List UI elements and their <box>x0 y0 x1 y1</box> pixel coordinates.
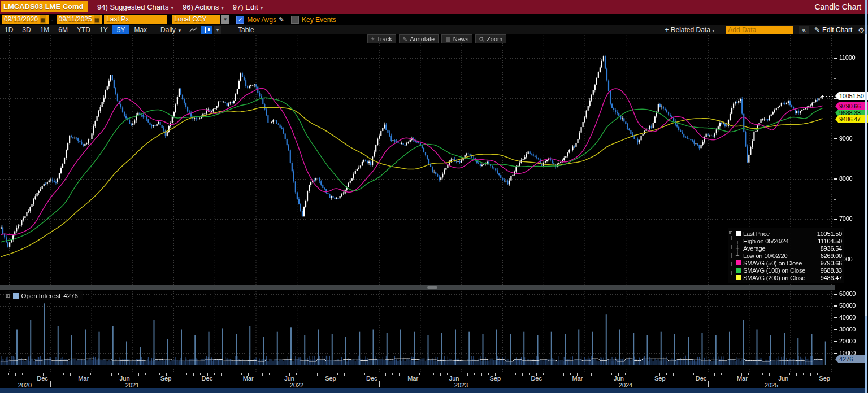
axis-tick: Mar <box>407 375 418 382</box>
axis-tick <box>543 373 544 375</box>
currency-field[interactable]: Local CCY <box>172 15 220 24</box>
axis-tick <box>834 199 836 200</box>
axis-tick <box>721 373 722 375</box>
axis-tick <box>8 373 9 375</box>
news-button[interactable]: ▤News <box>441 34 472 43</box>
period-dropdown[interactable]: Daily ▼ <box>157 26 185 34</box>
chart-style-dropdown[interactable]: ▾ <box>214 26 221 34</box>
open-interest-canvas[interactable] <box>0 290 835 373</box>
chevron-down-icon: ▾ <box>171 5 173 11</box>
range-tab-3d[interactable]: 3D <box>18 25 35 34</box>
axis-tick-label: 50000 <box>839 302 856 309</box>
table-button[interactable]: Table <box>233 26 259 34</box>
axis-tick <box>680 373 680 375</box>
range-tab-6m[interactable]: 6M <box>54 25 72 34</box>
oi-expand-icon[interactable]: ⊞ <box>6 293 10 299</box>
axis-tick <box>570 373 571 375</box>
settings-gear-icon[interactable]: ⚙ <box>858 26 865 34</box>
axis-tick <box>22 373 23 375</box>
open-interest-legend[interactable]: ⊞ Open Interest 4276 <box>5 291 83 300</box>
zoom-button[interactable]: Zoom <box>475 34 506 43</box>
legend-row-smavg100[interactable]: SMAVG (100) on Close 9688.33 <box>736 267 842 274</box>
axis-tick <box>200 373 201 375</box>
legend-expand-icon[interactable]: ⊞ <box>728 230 732 235</box>
axis-tick: Mar <box>243 375 254 382</box>
annotate-button[interactable]: ✎Annotate <box>399 34 439 43</box>
axis-tick <box>467 373 468 376</box>
axis-tick <box>834 178 837 180</box>
axis-tick <box>215 381 215 387</box>
legend-row-high[interactable]: ┬ High on 05/20/24 11104.50 <box>736 237 842 244</box>
range-tab-5y[interactable]: 5Y <box>112 25 130 34</box>
axis-tick <box>605 373 605 376</box>
open-interest-value-tag: 4276 <box>835 355 867 363</box>
range-tab-1y[interactable]: 1Y <box>95 25 112 34</box>
axis-tick <box>461 373 461 375</box>
legend-row-average[interactable]: ┼ Average 8936.54 <box>736 244 842 252</box>
axis-tick <box>118 373 119 375</box>
legend-row-low[interactable]: ┴ Low on 10/02/20 6269.00 <box>736 252 842 259</box>
window-titlebar: LMCADS03 LME Comd 94) Suggested Charts▾ … <box>0 0 868 14</box>
edit-chart-button[interactable]: ✎Edit Chart <box>814 26 852 34</box>
axis-tick <box>502 373 502 375</box>
security-ticker-field[interactable]: LMCADS03 LME Comd <box>1 1 88 12</box>
related-data-button[interactable]: + Related Data ▾ <box>661 26 718 34</box>
axis-tick <box>834 329 837 330</box>
axis-tick <box>132 373 132 375</box>
open-interest-label: Open Interest <box>21 292 61 299</box>
track-button[interactable]: ⌖Track <box>367 34 396 43</box>
axis-tick <box>337 373 338 375</box>
panel-divider[interactable] <box>0 285 835 290</box>
scrollbar-thumb[interactable] <box>865 34 867 316</box>
date-range-separator: - <box>51 16 54 24</box>
divider-handle-icon[interactable] <box>427 286 437 289</box>
axis-tick <box>515 373 516 375</box>
axis-tick <box>834 294 837 295</box>
axis-tick: Sep <box>490 375 501 382</box>
axis-tick <box>392 373 393 375</box>
collapse-panel-button[interactable]: « <box>799 26 809 34</box>
axis-tick <box>834 159 836 159</box>
calendar-icon[interactable]: ▦ <box>40 15 46 24</box>
menu-suggested-charts[interactable]: 94) Suggested Charts▾ <box>97 3 173 11</box>
range-tab-max[interactable]: Max <box>129 25 151 34</box>
mov-avgs-checkbox[interactable]: ✓ <box>236 16 244 24</box>
currency-dropdown-button[interactable]: ▼ <box>221 15 229 24</box>
legend-row-smavg50[interactable]: SMAVG (50) on Close 9790.66 <box>736 259 842 267</box>
chart-type-title: Candle Chart <box>815 2 862 11</box>
axis-tick <box>789 373 790 375</box>
menu-actions[interactable]: 96) Actions▾ <box>183 3 224 11</box>
axis-tick <box>351 373 351 375</box>
axis-tick <box>834 341 837 342</box>
price-source-field[interactable]: Last Px <box>104 15 167 24</box>
date-to-field[interactable]: 09/11/2025▦ <box>57 15 103 24</box>
axis-tick <box>50 381 51 387</box>
candle-chart-icon <box>203 27 210 33</box>
calendar-icon[interactable]: ▦ <box>94 15 100 24</box>
add-data-input[interactable] <box>726 26 793 34</box>
line-chart-icon <box>189 27 197 33</box>
smavg50-price-tag: 9790.66 <box>835 102 868 110</box>
axis-tick <box>159 373 160 375</box>
axis-tick: 2021 <box>125 382 139 388</box>
axis-tick <box>769 373 770 376</box>
candle-chart-icon-button[interactable] <box>201 26 212 34</box>
axis-tick <box>834 78 836 79</box>
range-tab-1m[interactable]: 1M <box>36 25 54 34</box>
mov-avgs-label: Mov Avgs <box>247 16 276 24</box>
line-chart-icon-button[interactable] <box>188 26 199 34</box>
range-tab-1d[interactable]: 1D <box>0 25 18 34</box>
axis-tick: Jun <box>120 375 130 382</box>
range-tab-ytd[interactable]: YTD <box>72 25 95 34</box>
high-marker-icon: ┬ <box>736 238 739 244</box>
axis-tick <box>2 373 2 376</box>
smavg200-swatch-icon <box>736 275 741 280</box>
date-from-field[interactable]: 09/13/2020▦ <box>2 15 49 24</box>
price-chart-canvas[interactable] <box>0 35 835 285</box>
pencil-icon[interactable]: ✎ <box>279 16 284 24</box>
menu-edit[interactable]: 97) Edit▾ <box>233 3 263 11</box>
window-scrollbar[interactable] <box>865 0 867 393</box>
legend-row-last-price[interactable]: Last Price 10051.50 <box>736 230 842 237</box>
key-events-checkbox[interactable] <box>291 16 299 24</box>
legend-row-smavg200[interactable]: SMAVG (200) on Close 9486.47 <box>736 274 842 281</box>
